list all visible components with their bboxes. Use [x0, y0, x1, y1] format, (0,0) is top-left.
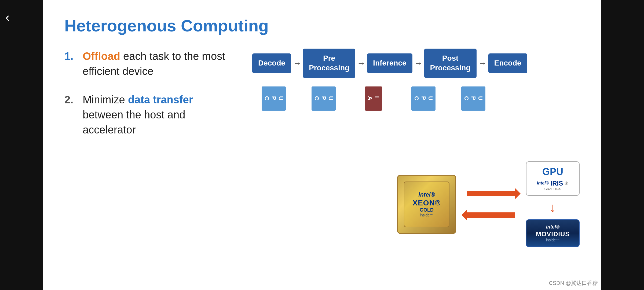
iris-row: intel® IRIS ✳: [532, 180, 574, 187]
iris-sparkle-icon: ✳: [565, 180, 569, 186]
arrow-area: [467, 191, 515, 218]
bullet-number-2: 2.: [64, 92, 78, 137]
iris-brand-text: IRIS: [551, 180, 563, 187]
tags-row: CPU CPU AI CPU C: [252, 86, 527, 111]
arrow-down-movidius: ↓: [550, 201, 556, 214]
bullet-text-1: Offload each task to the most efficient …: [83, 49, 231, 79]
iris-graphics-text: GRAPHICS: [532, 187, 574, 191]
movidius-inside-text: inside™: [532, 238, 574, 242]
xeon-inner: intel® XEON® GOLD inside™: [404, 182, 449, 227]
arrow-from-movidius: [467, 212, 515, 218]
highlight-offload: Offload: [83, 50, 120, 62]
content-row: 1. Offload each task to the most efficie…: [64, 49, 580, 151]
bottom-chips-row: intel® XEON® GOLD inside™ GPU intel® IRI…: [64, 161, 580, 247]
gpu-title: GPU: [532, 166, 574, 177]
iris-intel-text: intel®: [537, 181, 549, 186]
arrow-1: →: [293, 58, 301, 68]
highlight-data-transfer: data transfer: [128, 94, 193, 106]
pipeline-box-post: PostProcessing: [424, 49, 477, 78]
xeon-intel-text: intel®: [418, 191, 435, 198]
pipeline-boxes: Decode → PreProcessing → Inference → Pos…: [252, 49, 527, 78]
arrow-to-gpu: [467, 191, 515, 196]
right-chips: GPU intel® IRIS ✳ GRAPHICS ↓ intel® MOVI…: [526, 161, 580, 247]
pipeline-wrapper: Decode → PreProcessing → Inference → Pos…: [252, 49, 527, 111]
pipeline-box-inference: Inference: [367, 53, 412, 73]
xeon-inside-text: inside™: [420, 213, 434, 217]
xeon-model-text: XEON®: [413, 199, 441, 207]
tag-decode-cpu: CPU: [262, 86, 286, 111]
arrow-4: →: [478, 58, 487, 68]
xeon-chip: intel® XEON® GOLD inside™: [397, 175, 456, 234]
movidius-brand-text: MOVIDIUS: [532, 230, 574, 238]
pipeline-box-encode: Encode: [488, 53, 527, 73]
tag-inference-ai: AI: [365, 86, 382, 111]
bullet-item-1: 1. Offload each task to the most efficie…: [64, 49, 231, 79]
bullet-list: 1. Offload each task to the most efficie…: [64, 49, 231, 151]
gpu-card: GPU intel® IRIS ✳ GRAPHICS: [526, 161, 580, 196]
arrow-2: →: [357, 58, 365, 68]
movidius-intel-text: intel®: [532, 224, 574, 230]
slide-title: Heterogenous Computing: [64, 16, 580, 35]
right-panel: [601, 0, 644, 290]
watermark: CSDN @翼达口香糖: [549, 280, 598, 287]
back-arrow[interactable]: ‹: [5, 11, 10, 24]
arrow-3: →: [414, 58, 423, 68]
pipeline-box-pre: PreProcessing: [303, 49, 355, 78]
tag-pre-cpu: CPU: [312, 86, 336, 111]
xeon-tier-text: GOLD: [420, 207, 434, 213]
slide-area: Heterogenous Computing 1. Offload each t…: [43, 0, 601, 290]
movidius-card: intel® MOVIDIUS inside™: [526, 219, 580, 247]
pipeline-box-decode: Decode: [252, 53, 291, 73]
bullet-item-2: 2. Minimize data transfer between the ho…: [64, 92, 231, 137]
left-panel: ‹: [0, 0, 43, 290]
tag-post-cpu: CPU: [411, 86, 436, 111]
bullet-number-1: 1.: [64, 49, 78, 79]
tag-encode-cpu: CPU: [461, 86, 485, 111]
bullet-text-2: Minimize data transfer between the host …: [83, 92, 231, 137]
